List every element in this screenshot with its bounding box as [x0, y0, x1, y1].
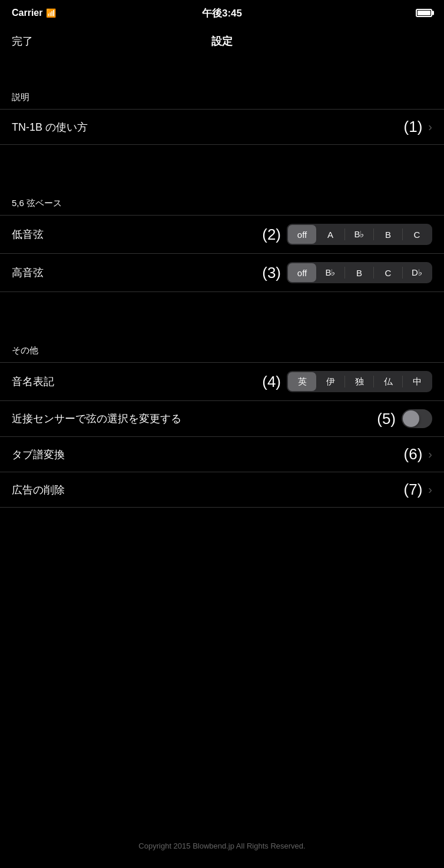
low-string-label: 低音弦 — [12, 227, 44, 241]
ad-label: 広告の削除 — [12, 483, 65, 497]
settings-content: 説明 TN-1B の使い方 (1) › 5,6 弦ベース 低音弦 (2) off… — [0, 57, 444, 508]
low-string-number: (2) — [262, 226, 281, 244]
toggle-knob — [403, 410, 419, 427]
battery-fill — [418, 11, 430, 15]
ad-chevron-icon: › — [428, 483, 432, 496]
notation-number: (4) — [262, 373, 281, 391]
low-string-opt-b[interactable]: B — [374, 225, 402, 244]
notation-opt-en[interactable]: 英 — [288, 372, 316, 391]
low-string-right: (2) off A B♭ B C — [262, 224, 432, 245]
notation-opt-fr[interactable]: 仏 — [374, 372, 402, 391]
high-string-opt-off[interactable]: off — [288, 263, 316, 282]
notation-opt-it[interactable]: 伊 — [316, 372, 344, 391]
tn1b-number: (1) — [404, 118, 423, 136]
low-string-opt-bb[interactable]: B♭ — [345, 225, 373, 244]
notation-opt-de[interactable]: 独 — [345, 372, 373, 391]
high-string-opt-db[interactable]: D♭ — [403, 263, 431, 282]
wifi-icon: 📶 — [46, 8, 56, 18]
row-high-string: 高音弦 (3) off B♭ B C D♭ — [0, 254, 444, 292]
footer-text: Copyright 2015 Blowbend.jp All Rights Re… — [138, 842, 305, 850]
high-string-opt-bb[interactable]: B♭ — [316, 263, 344, 282]
status-bar: Carrier 📶 午後3:45 — [0, 0, 444, 26]
page-title: 設定 — [211, 34, 233, 48]
row-tn1b[interactable]: TN-1B の使い方 (1) › — [0, 109, 444, 145]
proximity-toggle[interactable] — [402, 409, 432, 428]
high-string-segmented[interactable]: off B♭ B C D♭ — [287, 262, 432, 283]
section-header-bass: 5,6 弦ベース — [0, 180, 444, 215]
tn1b-right: (1) › — [404, 118, 432, 136]
proximity-label: 近接センサーで弦の選択を変更する — [12, 412, 181, 426]
notation-opt-cn[interactable]: 中 — [403, 372, 431, 391]
high-string-number: (3) — [262, 264, 281, 282]
row-proximity: 近接センサーで弦の選択を変更する (5) — [0, 401, 444, 437]
low-string-opt-a[interactable]: A — [316, 225, 344, 244]
spacer-3 — [0, 163, 444, 180]
battery-indicator — [416, 9, 432, 17]
low-string-opt-off[interactable]: off — [288, 225, 316, 244]
notation-right: (4) 英 伊 独 仏 中 — [262, 371, 432, 392]
chevron-icon: › — [428, 120, 432, 134]
row-tab[interactable]: タブ譜変換 (6) › — [0, 437, 444, 472]
spacer-1 — [0, 57, 444, 74]
tn1b-label: TN-1B の使い方 — [12, 120, 88, 134]
section-header-other: その他 — [0, 327, 444, 362]
proximity-right: (5) — [377, 409, 432, 428]
clock: 午後3:45 — [202, 6, 242, 20]
proximity-number: (5) — [377, 410, 396, 428]
notation-label: 音名表記 — [12, 375, 54, 389]
tab-chevron-icon: › — [428, 448, 432, 461]
carrier-label: Carrier — [12, 8, 42, 18]
tab-number: (6) — [404, 445, 423, 463]
nav-bar: 完了 設定 — [0, 26, 444, 57]
row-notation: 音名表記 (4) 英 伊 独 仏 中 — [0, 362, 444, 401]
notation-segmented[interactable]: 英 伊 独 仏 中 — [287, 371, 432, 392]
row-low-string: 低音弦 (2) off A B♭ B C — [0, 215, 444, 254]
high-string-opt-c[interactable]: C — [374, 263, 402, 282]
done-button[interactable]: 完了 — [12, 34, 33, 48]
ad-number: (7) — [404, 481, 423, 499]
spacer-2 — [0, 145, 444, 163]
carrier-info: Carrier 📶 — [12, 8, 56, 18]
spacer-4 — [0, 292, 444, 310]
section-header-description: 説明 — [0, 74, 444, 109]
battery-icon — [416, 9, 432, 17]
footer: Copyright 2015 Blowbend.jp All Rights Re… — [0, 842, 444, 850]
low-string-segmented[interactable]: off A B♭ B C — [287, 224, 432, 245]
high-string-opt-b[interactable]: B — [345, 263, 373, 282]
spacer-5 — [0, 310, 444, 327]
low-string-opt-c[interactable]: C — [403, 225, 431, 244]
high-string-label: 高音弦 — [12, 266, 44, 280]
tab-right: (6) › — [404, 445, 432, 463]
row-ad[interactable]: 広告の削除 (7) › — [0, 472, 444, 508]
tab-label: タブ譜変換 — [12, 448, 65, 462]
high-string-right: (3) off B♭ B C D♭ — [262, 262, 432, 283]
ad-right: (7) › — [404, 481, 432, 499]
